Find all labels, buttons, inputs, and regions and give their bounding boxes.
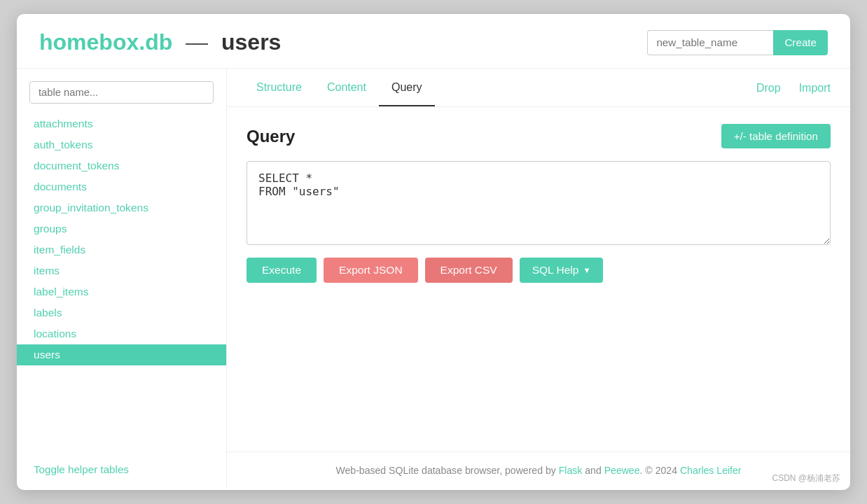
- tabs-bar: Structure Content Query Drop Import: [227, 69, 850, 107]
- sidebar-search-input[interactable]: [29, 81, 214, 104]
- main-layout: attachments auth_tokens document_tokens …: [17, 69, 850, 489]
- footer-text-after-peewee: . © 2024: [640, 465, 680, 476]
- brand-name: homebox.db: [39, 29, 172, 55]
- top-bar: homebox.db — users Create: [17, 14, 850, 69]
- footer: Web-based SQLite database browser, power…: [227, 451, 850, 489]
- query-header: Query +/- table definition: [247, 124, 831, 148]
- import-action[interactable]: Import: [796, 69, 833, 106]
- new-table-input[interactable]: [647, 30, 773, 55]
- sidebar-item-items[interactable]: items: [17, 260, 226, 281]
- top-bar-right: Create: [647, 30, 828, 55]
- content-area: Structure Content Query Drop Import Quer…: [227, 69, 850, 489]
- sidebar-item-item-fields[interactable]: item_fields: [17, 239, 226, 260]
- tab-query[interactable]: Query: [379, 69, 435, 106]
- footer-text-before-flask: Web-based SQLite database browser, power…: [335, 465, 558, 476]
- watermark: CSDN @杨浦老苏: [772, 472, 840, 484]
- drop-action[interactable]: Drop: [754, 69, 784, 106]
- execute-button[interactable]: Execute: [247, 258, 317, 283]
- create-button[interactable]: Create: [773, 30, 828, 55]
- toggle-helper[interactable]: Toggle helper tables: [34, 463, 209, 476]
- sidebar-item-groups[interactable]: groups: [17, 218, 226, 239]
- sidebar: attachments auth_tokens document_tokens …: [17, 69, 227, 489]
- sidebar-item-users[interactable]: users: [17, 344, 226, 365]
- app-title: homebox.db — users: [39, 29, 281, 55]
- sidebar-item-locations[interactable]: locations: [17, 323, 226, 344]
- title-separator: —: [186, 29, 208, 55]
- export-json-button[interactable]: Export JSON: [324, 258, 418, 283]
- sidebar-item-labels[interactable]: labels: [17, 302, 226, 323]
- tab-structure[interactable]: Structure: [244, 69, 314, 106]
- tab-content[interactable]: Content: [314, 69, 379, 106]
- sql-help-button[interactable]: SQL Help: [520, 258, 604, 283]
- table-definition-button[interactable]: +/- table definition: [721, 124, 831, 148]
- tabs-right-actions: Drop Import: [754, 69, 833, 106]
- footer-author-link[interactable]: Charles Leifer: [680, 465, 742, 476]
- footer-peewee-link[interactable]: Peewee: [604, 465, 640, 476]
- query-textarea[interactable]: SELECT * FROM "users": [247, 161, 831, 245]
- sidebar-item-attachments[interactable]: attachments: [17, 113, 226, 134]
- footer-text-between: and: [582, 465, 604, 476]
- sidebar-item-group-invitation-tokens[interactable]: group_invitation_tokens: [17, 197, 226, 218]
- app-window: homebox.db — users Create attachments au…: [17, 14, 850, 490]
- sidebar-table-list: attachments auth_tokens document_tokens …: [17, 113, 226, 451]
- sidebar-item-documents[interactable]: documents: [17, 176, 226, 197]
- sidebar-item-auth-tokens[interactable]: auth_tokens: [17, 134, 226, 155]
- sidebar-item-document-tokens[interactable]: document_tokens: [17, 155, 226, 176]
- footer-flask-link[interactable]: Flask: [559, 465, 583, 476]
- sidebar-item-label-items[interactable]: label_items: [17, 281, 226, 302]
- query-title: Query: [247, 127, 295, 146]
- export-csv-button[interactable]: Export CSV: [425, 258, 513, 283]
- current-table-name: users: [221, 29, 281, 55]
- query-section: Query +/- table definition SELECT * FROM…: [227, 107, 850, 451]
- query-actions: Execute Export JSON Export CSV SQL Help: [247, 258, 831, 283]
